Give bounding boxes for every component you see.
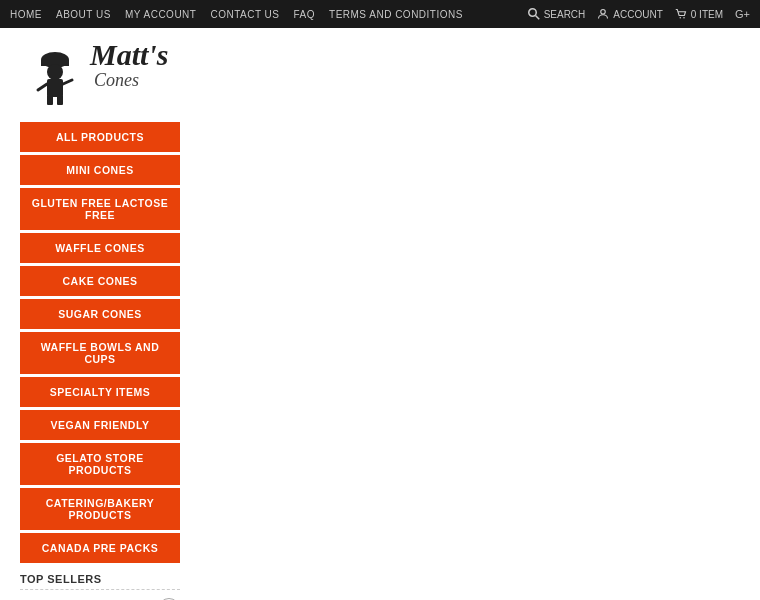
gplus-label: g+ [735, 8, 750, 20]
top-sellers-section: TOP SELLERS i [20, 573, 180, 600]
about-link[interactable]: ABOUT US [56, 9, 111, 20]
sidebar-mini-cones[interactable]: MINI CONES [20, 155, 180, 185]
main-layout: ALL PRODUCTS MINI CONES GLUTEN FREE LACT… [0, 122, 760, 600]
sidebar-waffle-cones[interactable]: WAFFLE CONES [20, 233, 180, 263]
my-account-link[interactable]: MY ACCOUNT [125, 9, 197, 20]
sidebar-cake-cones[interactable]: CAKE CONES [20, 266, 180, 296]
main-content [200, 122, 740, 600]
cart-label: 0 ITEM [691, 9, 723, 20]
sidebar-sugar-cones[interactable]: SUGAR CONES [20, 299, 180, 329]
account-group[interactable]: ACCOUNT [597, 8, 662, 20]
nav-links-left: HOME ABOUT US MY ACCOUNT CONTACT US FAQ … [10, 9, 463, 20]
sidebar-specialty[interactable]: SPECIALTY ITEMS [20, 377, 180, 407]
sidebar-all-products[interactable]: ALL PRODUCTS [20, 122, 180, 152]
terms-link[interactable]: TERMS AND CONDITIONS [329, 9, 463, 20]
gplus-group[interactable]: g+ [735, 8, 750, 20]
svg-rect-8 [47, 79, 63, 97]
sidebar-canada[interactable]: CANADA PRE PACKS [20, 533, 180, 563]
svg-point-0 [528, 9, 536, 17]
sidebar: ALL PRODUCTS MINI CONES GLUTEN FREE LACT… [20, 122, 180, 600]
sidebar-gelato[interactable]: GELATO STORE PRODUCTS [20, 443, 180, 485]
logo[interactable]: Matt's Cones [20, 40, 740, 110]
sidebar-waffle-bowls[interactable]: WAFFLE BOWLS AND CUPS [20, 332, 180, 374]
search-group[interactable]: SEARCH [528, 8, 586, 20]
contact-link[interactable]: CONTACT US [210, 9, 279, 20]
search-label: SEARCH [544, 9, 586, 20]
logo-area: Matt's Cones [0, 28, 760, 122]
svg-line-1 [535, 16, 539, 20]
account-label: ACCOUNT [613, 9, 662, 20]
svg-line-12 [63, 80, 72, 84]
svg-rect-10 [57, 95, 63, 105]
svg-point-2 [601, 10, 606, 15]
sidebar-vegan[interactable]: VEGAN FRIENDLY [20, 410, 180, 440]
home-link[interactable]: HOME [10, 9, 42, 20]
svg-point-7 [47, 64, 63, 80]
cart-group[interactable]: 0 ITEM [675, 8, 723, 20]
svg-point-3 [679, 17, 681, 19]
svg-line-11 [38, 84, 47, 90]
svg-rect-9 [47, 95, 53, 105]
faq-link[interactable]: FAQ [294, 9, 316, 20]
sidebar-catering[interactable]: CATERING/BAKERY PRODUCTS [20, 488, 180, 530]
logo-subtitle: Cones [94, 70, 168, 92]
logo-icon [20, 40, 90, 110]
top-navigation: HOME ABOUT US MY ACCOUNT CONTACT US FAQ … [0, 0, 760, 28]
top-sellers-title: TOP SELLERS [20, 573, 180, 590]
nav-links-right: SEARCH ACCOUNT 0 ITEM g+ [528, 8, 750, 20]
logo-title: Matt's [90, 40, 168, 70]
svg-point-4 [683, 17, 685, 19]
sidebar-gluten-free[interactable]: GLUTEN FREE LACTOSE FREE [20, 188, 180, 230]
